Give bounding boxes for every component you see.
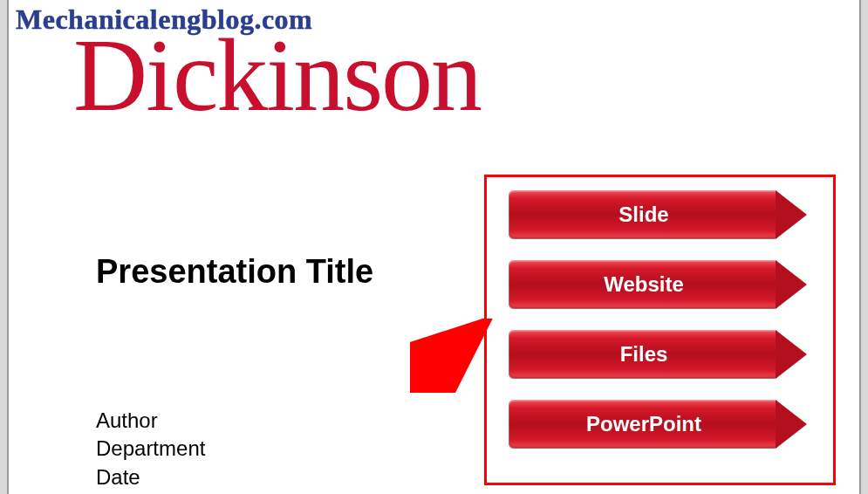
powerpoint-link-button[interactable]: PowerPoint bbox=[509, 400, 814, 449]
department-field: Department bbox=[96, 435, 205, 463]
button-label: Files bbox=[620, 342, 668, 367]
date-field: Date bbox=[96, 463, 205, 491]
slide-canvas: Mechanicalengblog.com Dickinson Presenta… bbox=[7, 0, 861, 494]
annotation-arrow-icon bbox=[410, 319, 493, 393]
watermark-text: Mechanicalengblog.com bbox=[16, 3, 312, 36]
button-label: Slide bbox=[619, 202, 668, 227]
button-label: PowerPoint bbox=[586, 412, 701, 436]
slide-link-button[interactable]: Slide bbox=[509, 190, 814, 239]
button-label: Website bbox=[604, 272, 684, 297]
files-link-button[interactable]: Files bbox=[509, 330, 814, 379]
presentation-title[interactable]: Presentation Title bbox=[96, 253, 373, 291]
author-field: Author bbox=[96, 407, 205, 435]
arrow-head-icon bbox=[776, 260, 807, 309]
arrow-head-icon bbox=[776, 190, 807, 239]
website-link-button[interactable]: Website bbox=[509, 260, 814, 309]
svg-line-1 bbox=[417, 333, 473, 381]
hyperlink-buttons-group: Slide Website Files PowerPoint bbox=[509, 190, 814, 449]
meta-block[interactable]: Author Department Date bbox=[96, 407, 205, 491]
arrow-head-icon bbox=[776, 330, 807, 379]
brand-logo: Dickinson bbox=[73, 24, 481, 127]
arrow-head-icon bbox=[776, 400, 807, 449]
